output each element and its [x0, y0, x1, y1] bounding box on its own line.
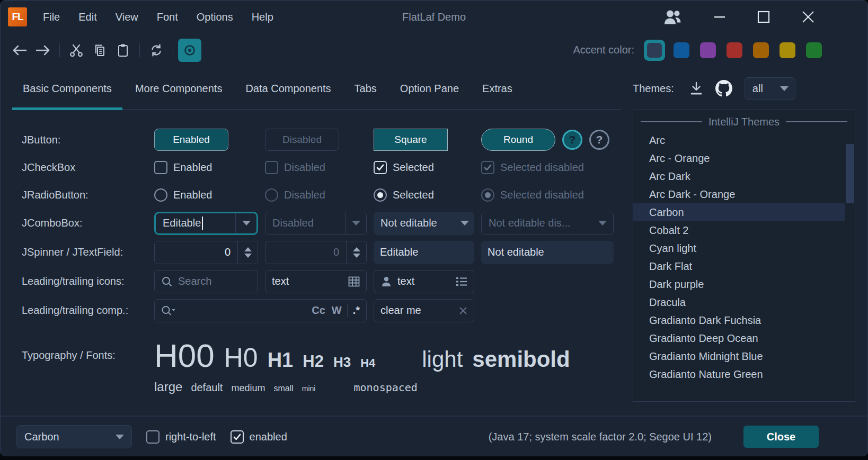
tab-data-components[interactable]: Data Components	[245, 67, 331, 110]
themes-scrollbar-thumb[interactable]	[846, 144, 854, 203]
menu-help[interactable]: Help	[252, 11, 273, 23]
theme-item-dracula[interactable]: Dracula	[633, 293, 845, 311]
menu-options[interactable]: Options	[197, 11, 233, 23]
button-square[interactable]: Square	[374, 129, 448, 151]
match-case-button[interactable]: Cc	[312, 304, 325, 317]
theme-item-gradianto-dark-fuchsia[interactable]: Gradianto Dark Fuchsia	[633, 311, 845, 329]
radio-selected-disabled-label: Selected disabled	[500, 189, 584, 201]
tab-basic-components[interactable]: Basic Components	[23, 67, 112, 110]
enabled-checkbox[interactable]	[231, 430, 244, 444]
copy-button[interactable]	[88, 39, 111, 62]
accent-swatch-orange[interactable]	[753, 42, 769, 58]
toolbar-separator	[139, 43, 140, 57]
accent-swatch-yellow[interactable]	[780, 42, 795, 58]
spinner-down-icon[interactable]	[244, 254, 252, 258]
checkbox-selected-disabled-label: Selected disabled	[500, 161, 584, 174]
theme-item-dark-purple[interactable]: Dark purple	[633, 275, 845, 293]
back-button[interactable]	[8, 39, 31, 62]
minimize-icon[interactable]	[714, 11, 725, 23]
tab-option-pane[interactable]: Option Pane	[400, 67, 459, 110]
theme-item-gradianto-nature-green[interactable]: Gradianto Nature Green	[633, 365, 845, 383]
theme-item-cyan-light[interactable]: Cyan light	[633, 239, 845, 257]
text-input-person[interactable]: text	[374, 270, 474, 293]
search-input[interactable]: Search	[154, 270, 258, 293]
theme-item-arc-orange[interactable]: Arc - Orange	[633, 149, 845, 167]
theme-item-gradianto-deep-ocean[interactable]: Gradianto Deep Ocean	[633, 329, 845, 347]
clearable-input[interactable]: clear me	[374, 299, 474, 322]
theme-selector-combo[interactable]: Carbon	[16, 425, 132, 448]
tab-more-components[interactable]: More Components	[135, 67, 223, 110]
download-icon[interactable]	[689, 81, 703, 96]
checkbox-selected-label: Selected	[393, 161, 434, 174]
themes-controls: Themes: all	[622, 67, 867, 110]
field-separator	[347, 304, 348, 317]
typography-medium: medium	[231, 383, 265, 394]
forward-button[interactable]	[31, 39, 55, 62]
radio-selected[interactable]	[374, 188, 387, 202]
checkbox-selected[interactable]	[374, 161, 387, 174]
radio-selected-label: Selected	[393, 189, 434, 201]
users-icon[interactable]	[663, 9, 682, 25]
themes-scrollbar[interactable]	[845, 110, 855, 401]
help-button-filled[interactable]: ?	[562, 130, 582, 150]
menu-edit[interactable]: Edit	[78, 11, 96, 23]
rtl-checkbox[interactable]	[146, 430, 160, 444]
menu-file[interactable]: File	[43, 11, 60, 23]
menu-view[interactable]: View	[116, 11, 138, 23]
accent-swatch-purple[interactable]	[700, 42, 716, 58]
accent-swatch-red[interactable]	[727, 42, 742, 58]
combobox-not-editable[interactable]: Not editable	[374, 212, 474, 235]
theme-item-carbon[interactable]: Carbon	[633, 203, 845, 221]
show-hover-toggle[interactable]	[178, 39, 201, 62]
combobox-editable[interactable]: Editable	[154, 212, 258, 235]
rtl-checkbox-group[interactable]: right-to-left	[146, 430, 216, 444]
close-button[interactable]: Close	[743, 426, 819, 448]
button-round[interactable]: Round	[481, 129, 555, 151]
checkbox-enabled[interactable]	[154, 161, 167, 174]
typography-label: Typography / Fonts:	[22, 349, 154, 362]
accent-swatch-green[interactable]	[806, 42, 822, 58]
enabled-checkbox-group[interactable]: enabled	[231, 430, 287, 444]
themes-filter-combo[interactable]: all	[745, 77, 795, 100]
theme-item-arc-dark[interactable]: Arc Dark	[633, 167, 845, 185]
tab-tabs[interactable]: Tabs	[355, 67, 377, 110]
toolbar: Accent color:	[1, 33, 867, 67]
toolbar-separator	[173, 43, 173, 57]
paste-button[interactable]	[111, 39, 135, 62]
window-controls	[663, 9, 814, 25]
typography-semibold: semibold	[472, 347, 570, 372]
spinner-enabled[interactable]: 0	[154, 241, 258, 264]
menu-font[interactable]: Font	[157, 11, 178, 23]
text-input-table[interactable]: text	[265, 270, 367, 293]
regex-button[interactable]: .*	[353, 304, 360, 317]
tab-extras[interactable]: Extras	[482, 67, 512, 110]
close-icon[interactable]	[802, 11, 814, 23]
refresh-button[interactable]	[145, 39, 168, 62]
jcombobox-row: JComboBox: Editable Disabled Not edita	[1, 209, 622, 238]
whole-word-button[interactable]: W	[332, 304, 342, 317]
github-icon[interactable]	[715, 80, 732, 97]
textfield-editable[interactable]: Editable	[374, 241, 474, 264]
clear-x-icon[interactable]	[459, 306, 467, 315]
maximize-icon[interactable]	[757, 11, 770, 23]
theme-item-arc-dark-orange[interactable]: Arc Dark - Orange	[633, 185, 845, 203]
theme-item-cobalt-2[interactable]: Cobalt 2	[633, 221, 845, 239]
button-enabled[interactable]: Enabled	[154, 129, 228, 151]
typography-headings: H00 H0 H1 H2 H3 H4 light semibold	[154, 337, 570, 374]
spinner-up-icon[interactable]	[244, 247, 252, 251]
help-button-outline[interactable]: ?	[589, 130, 609, 150]
theme-item-gradianto-midnight-blue[interactable]: Gradianto Midnight Blue	[633, 347, 845, 365]
cut-button[interactable]	[65, 39, 88, 62]
combobox-not-editable-disabled: Not editable dis...	[481, 212, 614, 235]
theme-item-dark-flat[interactable]: Dark Flat	[633, 257, 845, 275]
radio-enabled[interactable]	[154, 188, 167, 202]
theme-item-arc[interactable]: Arc	[633, 131, 845, 149]
bottom-bar: Carbon right-to-left enabled (Java 17; s…	[1, 416, 867, 456]
search-with-options-icon[interactable]	[161, 305, 176, 317]
leading-trailing-comp-row: Leading/trailing comp.: Cc W .*	[1, 296, 622, 325]
search-comp-input[interactable]: Cc W .*	[154, 299, 367, 322]
tab-bar: Basic Components More Components Data Co…	[1, 67, 622, 110]
jradiobutton-row: JRadioButton: Enabled Disabled Selected …	[1, 181, 622, 209]
accent-swatch-blue[interactable]	[674, 42, 689, 58]
accent-swatch-default-selected[interactable]	[644, 40, 665, 61]
